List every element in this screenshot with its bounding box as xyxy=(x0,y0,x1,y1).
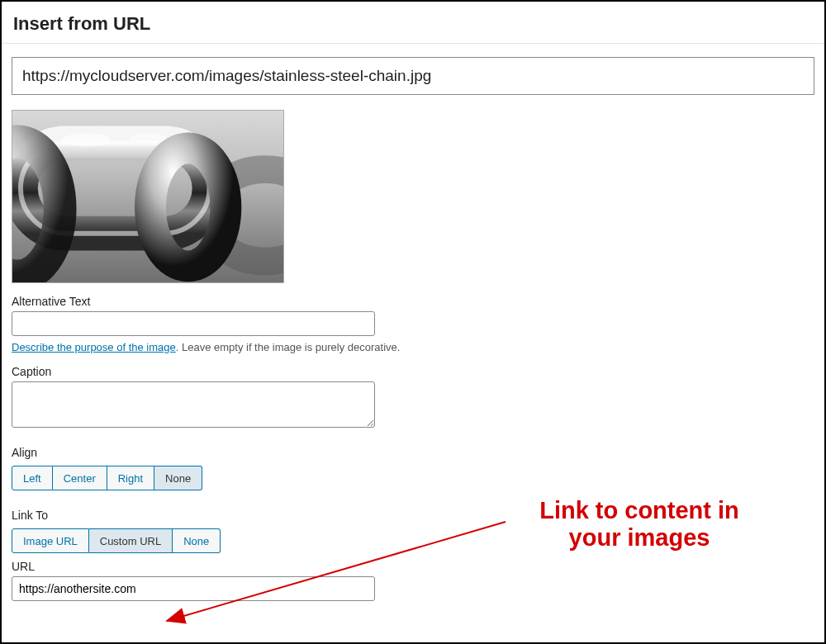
describe-image-link[interactable]: Describe the purpose of the image xyxy=(12,341,176,353)
image-url-input[interactable] xyxy=(12,57,814,95)
alt-hint: Describe the purpose of the image. Leave… xyxy=(12,341,814,353)
alt-text-input[interactable] xyxy=(12,311,375,336)
image-preview xyxy=(12,110,284,283)
link-to-custom-url-button[interactable]: Custom URL xyxy=(89,528,173,553)
svg-point-6 xyxy=(62,133,112,146)
dialog-insert-from-url: Insert from URL xyxy=(0,0,826,644)
align-none-button[interactable]: None xyxy=(154,466,202,490)
link-to-none-button[interactable]: None xyxy=(173,528,221,553)
svg-point-7 xyxy=(130,133,166,143)
annotation-line-2: your images xyxy=(569,524,710,551)
align-label: Align xyxy=(12,446,814,459)
annotation-callout: Link to content in your images xyxy=(491,497,788,552)
align-left-button[interactable]: Left xyxy=(12,466,53,490)
alt-hint-suffix: . Leave empty if the image is purely dec… xyxy=(176,341,401,353)
align-button-group: Left Center Right None xyxy=(12,466,202,490)
caption-input[interactable] xyxy=(12,381,375,428)
alt-text-label: Alternative Text xyxy=(12,295,814,308)
annotation-line-1: Link to content in xyxy=(539,497,739,523)
align-right-button[interactable]: Right xyxy=(107,466,154,490)
link-to-button-group: Image URL Custom URL None xyxy=(12,528,221,553)
link-url-input[interactable] xyxy=(12,576,375,601)
align-center-button[interactable]: Center xyxy=(53,466,107,490)
dialog-title: Insert from URL xyxy=(2,2,824,44)
link-url-label: URL xyxy=(12,560,814,573)
link-to-image-url-button[interactable]: Image URL xyxy=(12,528,89,553)
caption-label: Caption xyxy=(12,365,814,378)
